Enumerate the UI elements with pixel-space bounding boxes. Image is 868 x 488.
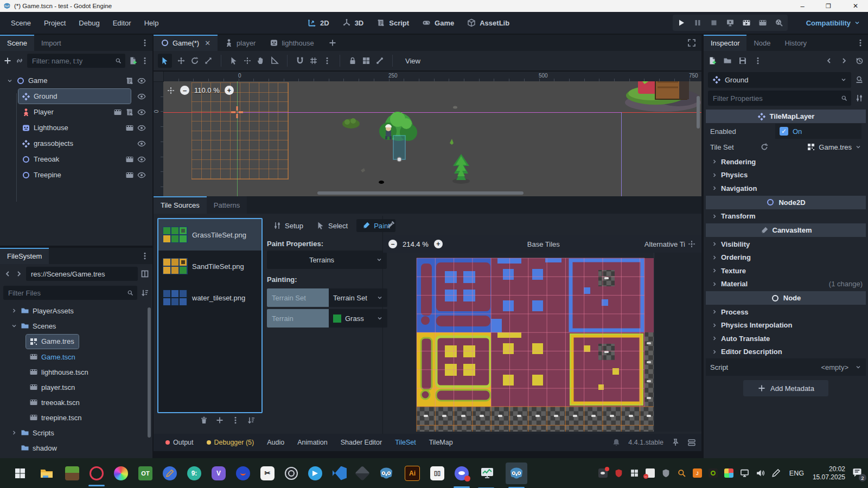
add-node-button[interactable] <box>3 56 12 65</box>
source-menu-icon[interactable] <box>231 416 240 425</box>
atlas-zoom-out-button[interactable]: – <box>388 240 397 248</box>
nav-back-icon[interactable] <box>3 269 12 278</box>
picker-dropper-icon[interactable] <box>387 220 395 229</box>
tab-filesystem[interactable]: FileSystem <box>0 248 49 264</box>
file-filter-field[interactable] <box>3 286 137 300</box>
expand-bottom-panel-icon[interactable] <box>687 438 696 447</box>
taskbar-voicemod[interactable] <box>236 466 250 480</box>
taskbar-opera-gx[interactable] <box>90 466 104 480</box>
tile-atlas-view[interactable] <box>382 253 701 432</box>
section-physics[interactable]: Physics <box>706 169 866 182</box>
visibility-icon[interactable] <box>137 155 146 164</box>
bottom-tab-output[interactable]: Output <box>159 439 200 446</box>
tray-pen[interactable] <box>771 468 781 478</box>
add-source-icon[interactable] <box>215 416 224 425</box>
bottom-tab-debugger[interactable]: Debugger (5) <box>200 439 261 446</box>
taskbar-godot[interactable] <box>378 465 394 481</box>
taskbar-performance-monitor[interactable] <box>479 465 495 481</box>
fs-item-shadow[interactable]: shadow <box>4 440 147 455</box>
menu-editor[interactable]: Editor <box>106 19 138 27</box>
section-texture[interactable]: Texture <box>706 264 866 278</box>
taskbar-inkscape[interactable] <box>355 465 370 480</box>
tile-source-grass[interactable]: GrassTileSet.png <box>158 219 261 251</box>
scene-instance-icon[interactable] <box>125 155 134 164</box>
mode-select-button[interactable]: Select <box>312 219 352 232</box>
tray-avg[interactable] <box>724 468 733 478</box>
section-auto-translate[interactable]: Auto Translate <box>706 332 866 345</box>
instance-scene-button[interactable] <box>15 56 24 65</box>
canvas-vscrollbar[interactable] <box>697 96 700 129</box>
scene-node-treeoak[interactable]: Treeoak <box>2 151 150 167</box>
ruler-tool-icon[interactable] <box>270 56 279 65</box>
chevron-down-icon[interactable] <box>855 364 861 370</box>
taskbar-discord[interactable] <box>455 466 469 480</box>
load-resource-icon[interactable] <box>723 56 732 65</box>
visibility-icon[interactable] <box>137 92 146 101</box>
section-physics-interpolation[interactable]: Physics Interpolation <box>706 319 866 332</box>
tray-language[interactable]: ENG <box>787 470 806 477</box>
sort-sources-icon[interactable] <box>247 416 256 425</box>
tray-shield[interactable] <box>661 468 671 478</box>
tab-history[interactable]: History <box>778 35 814 51</box>
scene-tab-game[interactable]: Game(*) ✕ <box>154 35 218 51</box>
tray-everything-search[interactable] <box>677 468 686 478</box>
tileset-resource-dropdown[interactable]: Game.tres <box>772 143 861 151</box>
tray-java[interactable]: J <box>693 468 702 478</box>
bottom-tab-shader-editor[interactable]: Shader Editor <box>334 439 388 446</box>
menu-debug[interactable]: Debug <box>72 19 106 27</box>
terrain-set-dropdown[interactable]: Terrain Set <box>329 288 387 307</box>
scene-node-treepine[interactable]: Treepine <box>2 167 150 183</box>
workspace-tab-script[interactable]: Script <box>370 18 416 27</box>
tray-nvidia[interactable] <box>709 468 718 478</box>
fs-item-treeoak-tscn[interactable]: treeoak.tscn <box>4 395 147 410</box>
scene-node-lighthouse[interactable]: Lighthouse <box>2 120 150 136</box>
bottom-tab-tilemap[interactable]: TileMap <box>423 439 459 446</box>
scene-filter-field[interactable] <box>27 54 125 68</box>
fs-item-treepine-tscn[interactable]: treepine.tscn <box>4 410 147 425</box>
inspector-filter-field[interactable] <box>708 91 851 106</box>
minimize-button[interactable]: – <box>791 0 814 12</box>
scene-node-player[interactable]: Player <box>2 104 150 120</box>
chevron-right-icon[interactable] <box>11 429 17 436</box>
taskbar-minecraft[interactable] <box>65 466 79 480</box>
script-value[interactable]: <empty> <box>731 363 848 371</box>
rotate-tool-icon[interactable] <box>190 56 199 65</box>
fs-item-game-tscn[interactable]: Game.tscn <box>4 349 147 364</box>
script-badge-icon[interactable] <box>125 76 134 85</box>
section-rendering[interactable]: Rendering <box>706 155 866 169</box>
bottom-tab-tileset[interactable]: TileSet <box>388 439 422 446</box>
bottom-tab-audio[interactable]: Audio <box>260 439 291 446</box>
tab-tile-sources[interactable]: Tile Sources <box>154 196 207 214</box>
terrain-dropdown[interactable]: Grass <box>329 309 387 328</box>
history-back-icon[interactable] <box>825 56 833 65</box>
bottom-tab-animation[interactable]: Animation <box>291 439 334 446</box>
taskbar-obs-studio[interactable] <box>285 467 298 480</box>
move-tool-icon[interactable] <box>177 56 186 65</box>
taskbar-capcut[interactable]: ✂ <box>260 466 275 480</box>
dock-menu-icon[interactable] <box>856 38 865 47</box>
dock-menu-icon[interactable] <box>141 252 149 260</box>
notification-bell-icon[interactable] <box>612 438 621 447</box>
split-view-icon[interactable] <box>141 269 149 278</box>
tab-import[interactable]: Import <box>34 35 68 51</box>
scene-tab-lighthouse[interactable]: lighthouse <box>263 35 321 51</box>
class-header-tilemaplayer[interactable]: TileMapLayer <box>706 110 866 123</box>
section-transform[interactable]: Transform <box>706 210 866 223</box>
zoom-out-button[interactable]: – <box>180 86 189 95</box>
scene-node-ground[interactable]: Ground <box>2 88 150 104</box>
pin-bottom-panel-icon[interactable] <box>671 438 680 447</box>
visibility-icon[interactable] <box>137 108 146 117</box>
tab-inspector[interactable]: Inspector <box>704 35 746 51</box>
pan-tool-icon[interactable] <box>257 56 265 65</box>
tray-volume[interactable] <box>756 468 765 478</box>
path-input[interactable] <box>30 269 134 279</box>
snap-options-icon[interactable] <box>323 56 331 65</box>
delete-source-icon[interactable] <box>200 416 208 425</box>
nav-forward-icon[interactable] <box>15 269 23 278</box>
edited-node-dropdown[interactable]: Ground <box>708 72 851 88</box>
tile-source-sand[interactable]: SandTileSet.png <box>158 251 261 282</box>
taskbar-aseprite[interactable]: ▯▯ <box>430 466 444 480</box>
workspace-tab-game[interactable]: Game <box>416 18 461 27</box>
visibility-icon[interactable] <box>137 76 146 85</box>
taskbar-opentoonz[interactable]: OT <box>138 466 152 480</box>
